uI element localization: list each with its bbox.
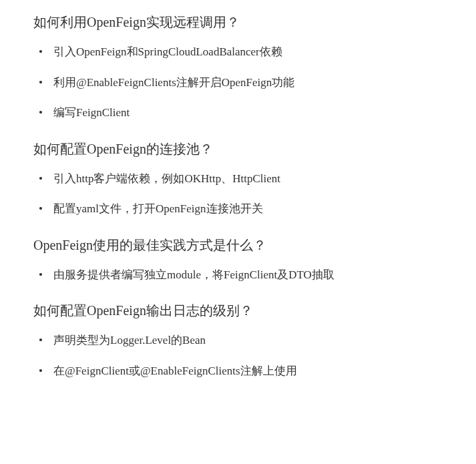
section-list: 引入OpenFeign和SpringCloudLoadBalancer依赖 利用… [33,43,443,122]
section-list: 声明类型为Logger.Level的Bean 在@FeignClient或@En… [33,332,443,379]
section-2: 如何配置OpenFeign的连接池？ 引入http客户端依赖，例如OKHttp、… [33,140,443,218]
list-item: 编写FeignClient [53,104,443,122]
list-item: 利用@EnableFeignClients注解开启OpenFeign功能 [53,74,443,91]
section-list: 由服务提供者编写独立module，将FeignClient及DTO抽取 [33,266,443,284]
list-item: 引入http客户端依赖，例如OKHttp、HttpClient [53,170,443,188]
section-heading: 如何配置OpenFeign输出日志的级别？ [33,302,443,320]
document-container: 如何利用OpenFeign实现远程调用？ 引入OpenFeign和SpringC… [33,13,443,451]
list-item: 配置yaml文件，打开OpenFeign连接池开关 [53,200,443,218]
list-item: 由服务提供者编写独立module，将FeignClient及DTO抽取 [53,266,443,284]
list-item: 声明类型为Logger.Level的Bean [53,332,443,349]
section-3: OpenFeign使用的最佳实践方式是什么？ 由服务提供者编写独立module，… [33,236,443,284]
list-item: 在@FeignClient或@EnableFeignClients注解上使用 [53,363,443,380]
list-item: 引入OpenFeign和SpringCloudLoadBalancer依赖 [53,43,443,61]
section-heading: 如何配置OpenFeign的连接池？ [33,140,443,158]
section-heading: OpenFeign使用的最佳实践方式是什么？ [33,236,443,254]
section-1: 如何利用OpenFeign实现远程调用？ 引入OpenFeign和SpringC… [33,13,443,122]
section-4: 如何配置OpenFeign输出日志的级别？ 声明类型为Logger.Level的… [33,302,443,379]
section-heading: 如何利用OpenFeign实现远程调用？ [33,13,443,31]
section-list: 引入http客户端依赖，例如OKHttp、HttpClient 配置yaml文件… [33,170,443,218]
